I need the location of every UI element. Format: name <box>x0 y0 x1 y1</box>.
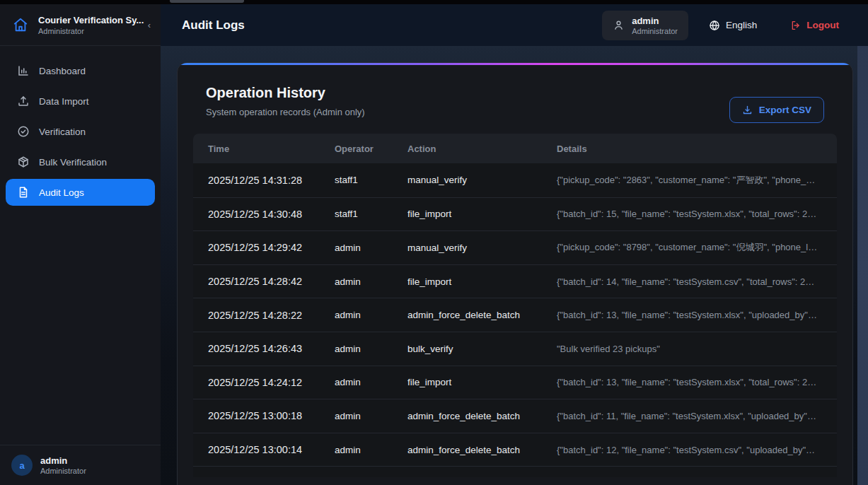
table-row: 2025/12/25 14:28:42 admin file_import {"… <box>193 264 837 298</box>
sidebar-nav: Dashboard Data Import Verification <box>0 57 161 206</box>
upload-icon <box>17 95 30 107</box>
logout-button[interactable]: Logout <box>790 20 839 31</box>
table-row: 2025/12/25 14:29:42 admin manual_verify … <box>193 230 837 264</box>
cell-action: file_import <box>393 377 542 387</box>
export-csv-button[interactable]: Export CSV <box>729 97 824 123</box>
sidebar-item-verification[interactable]: Verification <box>6 118 155 145</box>
app-title: Courier Verification Sy... <box>38 15 145 25</box>
language-selector[interactable]: English <box>709 20 757 31</box>
cell-operator: admin <box>320 276 393 287</box>
sidebar-item-dashboard[interactable]: Dashboard <box>6 57 155 84</box>
main-content: Operation History System operation recor… <box>161 46 868 485</box>
cell-time: 2025/12/25 14:24:12 <box>193 377 320 388</box>
cell-operator: admin <box>320 445 393 455</box>
check-circle-icon <box>17 125 30 138</box>
cell-time: 2025/12/25 13:00:18 <box>193 410 320 421</box>
cell-action: admin_force_delete_batch <box>393 411 542 421</box>
column-header-time: Time <box>193 144 320 154</box>
cell-action: file_import <box>393 209 542 219</box>
card-header: Operation History System operation recor… <box>178 65 852 117</box>
sidebar-user-block: a admin Administrator <box>0 445 161 485</box>
page-title: Audit Logs <box>182 18 245 33</box>
cell-action: manual_verify <box>393 242 542 253</box>
table-header-row: Time Operator Action Details <box>193 134 837 163</box>
sidebar-item-label: Audit Logs <box>39 187 84 198</box>
cell-time: 2025/12/25 14:29:42 <box>193 242 320 253</box>
cell-operator: admin <box>320 242 393 253</box>
sidebar: Courier Verification Sy... Administrator… <box>0 4 161 485</box>
table-row-partial <box>193 466 837 477</box>
cell-details: {"batch_id": 13, "file_name": "testSyste… <box>542 377 837 387</box>
sidebar-collapse-button[interactable]: ‹ <box>145 18 154 32</box>
sidebar-item-bulk-verification[interactable]: Bulk Verification <box>6 148 155 175</box>
download-icon <box>742 105 753 115</box>
cell-time: 2025/12/25 14:30:48 <box>193 209 320 220</box>
sidebar-item-data-import[interactable]: Data Import <box>6 88 155 115</box>
cell-details: {"pickup_code": "8798", "customer_name":… <box>542 241 837 254</box>
table-body: 2025/12/25 14:31:28 staff1 manual_verify… <box>193 163 837 466</box>
bar-chart-icon <box>17 64 30 77</box>
avatar: a <box>11 455 33 476</box>
cell-action: manual_verify <box>393 175 542 185</box>
sidebar-item-audit-logs[interactable]: Audit Logs <box>6 179 155 206</box>
window-top-pill <box>170 0 244 3</box>
app-root: Courier Verification Sy... Administrator… <box>0 0 868 485</box>
export-csv-label: Export CSV <box>759 105 811 115</box>
cell-details: {"batch_id": 11, "file_name": "testSyste… <box>542 411 837 421</box>
topbar: Audit Logs admin Administrator English <box>161 4 868 46</box>
sidebar-item-label: Bulk Verification <box>39 157 107 168</box>
cell-operator: staff1 <box>320 209 393 219</box>
sidebar-item-label: Data Import <box>39 96 89 107</box>
cell-operator: admin <box>320 310 393 320</box>
cell-time: 2025/12/25 14:28:42 <box>193 276 320 287</box>
cell-action: bulk_verify <box>393 344 542 354</box>
table-row: 2025/12/25 14:30:48 staff1 file_import {… <box>193 197 837 231</box>
table-row: 2025/12/25 13:00:18 admin admin_force_de… <box>193 399 837 433</box>
sidebar-item-label: Dashboard <box>39 66 86 76</box>
topbar-user-chip[interactable]: admin Administrator <box>602 11 688 40</box>
app-subtitle: Administrator <box>38 27 145 35</box>
app-title-block: Courier Verification Sy... Administrator <box>38 15 145 35</box>
logout-icon <box>790 20 802 31</box>
home-icon <box>10 14 31 35</box>
sidebar-user-name: admin <box>40 455 86 466</box>
table-row: 2025/12/25 14:31:28 staff1 manual_verify… <box>193 163 837 197</box>
table-row: 2025/12/25 13:00:14 admin admin_force_de… <box>193 433 837 467</box>
cell-details: "Bulk verified 23 pickups" <box>542 344 837 354</box>
cell-details: {"batch_id": 12, "file_name": "testSyste… <box>542 445 837 455</box>
globe-icon <box>709 20 720 31</box>
cell-time: 2025/12/25 14:31:28 <box>193 175 320 186</box>
language-label: English <box>726 20 757 30</box>
cell-time: 2025/12/25 14:26:43 <box>193 343 320 354</box>
cell-operator: admin <box>320 377 393 387</box>
cell-details: {"pickup_code": "2863", "customer_name":… <box>542 174 837 187</box>
column-header-operator: Operator <box>320 144 393 154</box>
document-icon <box>17 186 30 199</box>
vertical-scrollbar[interactable] <box>857 46 868 485</box>
table-row: 2025/12/25 14:26:43 admin bulk_verify "B… <box>193 332 837 366</box>
cell-operator: admin <box>320 344 393 354</box>
column-header-details: Details <box>542 144 837 154</box>
cell-details: {"batch_id": 13, "file_name": "testSyste… <box>542 310 837 320</box>
sidebar-item-label: Verification <box>39 127 86 137</box>
sidebar-header: Courier Verification Sy... Administrator… <box>0 4 161 46</box>
cell-time: 2025/12/25 13:00:14 <box>193 444 320 455</box>
operation-history-card: Operation History System operation recor… <box>177 62 853 485</box>
cell-time: 2025/12/25 14:28:22 <box>193 310 320 321</box>
cell-details: {"batch_id": 15, "file_name": "testSyste… <box>542 209 837 219</box>
topbar-user-role: Administrator <box>632 27 678 35</box>
audit-log-table: Time Operator Action Details 2025/12/25 … <box>193 134 837 477</box>
cell-action: admin_force_delete_batch <box>393 445 542 455</box>
cell-operator: admin <box>320 411 393 421</box>
cell-details: {"batch_id": 14, "file_name": "testSyste… <box>542 276 837 287</box>
column-header-action: Action <box>393 144 542 154</box>
cell-operator: staff1 <box>320 175 393 185</box>
table-row: 2025/12/25 14:28:22 admin admin_force_de… <box>193 298 837 332</box>
topbar-user-name: admin <box>632 16 678 26</box>
cell-action: file_import <box>393 276 542 287</box>
cell-action: admin_force_delete_batch <box>393 310 542 320</box>
table-row: 2025/12/25 14:24:12 admin file_import {"… <box>193 366 837 399</box>
package-icon <box>17 156 30 168</box>
sidebar-user-role: Administrator <box>40 467 86 475</box>
logout-label: Logout <box>806 20 839 30</box>
